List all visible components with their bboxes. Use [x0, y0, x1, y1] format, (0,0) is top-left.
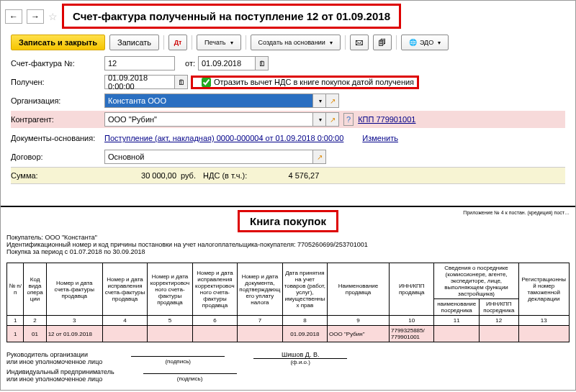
buyer-label: Покупатель: — [6, 234, 43, 241]
org-dropdown[interactable] — [313, 94, 326, 108]
copy-button[interactable]: 🗐 — [373, 35, 392, 50]
org-open[interactable]: ↗ — [326, 94, 339, 108]
edo-button[interactable]: 🌐 ЭДО — [401, 35, 449, 50]
vat-value: 4 576,27 — [254, 171, 319, 180]
ident-label: Идентификационный номер и код причины по… — [6, 241, 296, 248]
agreement-input[interactable]: Основной — [104, 150, 313, 164]
help-icon[interactable]: ? — [343, 113, 354, 126]
change-link[interactable]: Изменить — [362, 134, 398, 142]
contragent-open[interactable]: ↗ — [326, 112, 339, 127]
back-button[interactable]: ← — [5, 9, 22, 24]
from-input[interactable]: 01.09.2018 — [198, 56, 256, 70]
table-row: 1 01 12 от 01.09.2018 01.09.2018 ООО "Ру… — [7, 326, 570, 342]
agreement-open[interactable]: ↗ — [313, 150, 326, 164]
number-label: Счет-фактура №: — [11, 59, 104, 68]
ident-value: 7705260699/253701001 — [297, 241, 368, 248]
sign-ip1: Индивидуальный предприниматель — [6, 368, 114, 375]
vat-label: НДС (в т.ч.): — [203, 171, 247, 180]
contragent-label: Контрагент: — [11, 115, 104, 124]
dtkt-button[interactable]: Дт — [168, 35, 187, 50]
number-input[interactable]: 12 — [104, 56, 175, 70]
create-based-button[interactable]: Создать на основании — [251, 35, 341, 50]
agreement-label: Договор: — [11, 152, 104, 161]
received-label: Получен: — [11, 78, 104, 86]
report-title: Книга покупок — [238, 210, 338, 232]
currency-label: руб. — [181, 171, 196, 180]
from-label: от: — [175, 59, 195, 68]
org-input[interactable]: Константа ООО — [104, 94, 313, 108]
sum-label: Сумма: — [11, 171, 104, 180]
sign-ip2: или иное уполномоченное лицо — [6, 375, 114, 383]
basis-label: Документы-основания: — [11, 134, 104, 142]
calendar-icon[interactable]: 🗓 — [256, 56, 269, 70]
purchase-book-report: Приложение № 4 к постан. (кредиция) пост… — [1, 206, 575, 390]
contragent-input[interactable]: ООО "Рубин" — [104, 112, 313, 127]
kpp-link[interactable]: КПП 779901001 — [358, 115, 415, 124]
sum-value: 30 000,00 — [104, 171, 176, 180]
save-close-button[interactable]: Записать и закрыть — [11, 35, 105, 50]
forward-button[interactable]: → — [27, 9, 44, 24]
buyer-value: ООО "Константа" — [45, 234, 97, 241]
sign-head1: Руководитель организации — [6, 351, 102, 358]
save-button[interactable]: Записать — [109, 35, 159, 50]
contragent-dropdown[interactable] — [313, 112, 326, 127]
page-title: Счет-фактура полученный на поступление 1… — [62, 4, 401, 29]
period-line: Покупка за период с 01.07.2018 по 30.09.… — [6, 248, 570, 255]
basis-link[interactable]: Поступление (акт, накладная) 0000-000004… — [104, 134, 343, 142]
purchase-book-table: № п/п Код вида операции Номер и дата сче… — [6, 263, 570, 342]
org-label: Организация: — [11, 96, 104, 105]
vat-checkbox[interactable] — [202, 78, 211, 87]
favorite-icon[interactable]: ☆ — [48, 11, 58, 22]
signer-name: Шишов Д. В. — [253, 351, 347, 359]
received-input[interactable]: 01.09.2018 0:00:00 — [104, 75, 175, 89]
attach-button[interactable]: 🖂 — [350, 35, 369, 50]
print-button[interactable]: Печать — [197, 35, 240, 50]
sign-head2: или иное уполномоченное лицо — [6, 358, 102, 365]
vat-checkbox-label: Отразить вычет НДС в книге покупок датой… — [214, 78, 414, 86]
calendar-icon[interactable]: 🗓 — [175, 75, 188, 89]
